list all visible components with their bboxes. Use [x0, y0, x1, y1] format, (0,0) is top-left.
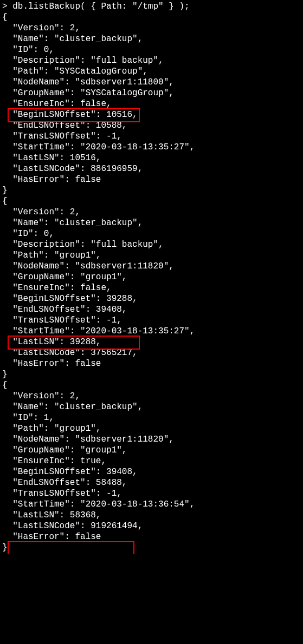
json-field-record1-line4: "Path": "group1",: [2, 250, 301, 261]
json-field-record2-line13: "HasError": false: [2, 531, 301, 542]
json-field-record1-line5: "NodeName": "sdbserver1:11820",: [2, 261, 301, 272]
json-open-brace: {: [2, 12, 301, 23]
json-field-record0-line14: "HasError": false: [2, 174, 301, 185]
json-field-record1-line12: "LastLSN": 39288,: [2, 337, 301, 347]
json-field-record0-line6: "GroupName": "SYSCatalogGroup",: [2, 88, 301, 98]
json-field-record1-line6: "GroupName": "group1",: [2, 272, 301, 282]
json-field-record1-line14: "HasError": false: [2, 358, 301, 369]
json-close-brace: }: [2, 369, 301, 380]
json-open-brace: {: [2, 380, 301, 391]
json-field-record2-line7: "BeginLSNOffset": 39408,: [2, 466, 301, 477]
json-field-record0-line3: "Description": "full backup",: [2, 55, 301, 66]
json-open-brace: {: [2, 196, 301, 207]
json-field-record1-line9: "EndLSNOffset": 39408,: [2, 304, 301, 315]
json-field-record2-line1: "Name": "cluster_backup",: [2, 402, 301, 412]
json-field-record2-line2: "ID": 1,: [2, 412, 301, 423]
command-line[interactable]: > db.listBackup( { Path: "/tmp" } );: [2, 1, 301, 12]
json-field-record1-line2: "ID": 0,: [2, 228, 301, 239]
json-field-record1-line1: "Name": "cluster_backup",: [2, 218, 301, 228]
json-field-record2-line6: "EnsureInc": true,: [2, 456, 301, 466]
json-field-record0-line7: "EnsureInc": false,: [2, 98, 301, 109]
json-field-record1-line13: "LastLSNCode": 37565217,: [2, 347, 301, 358]
json-field-record1-line7: "EnsureInc": false,: [2, 282, 301, 293]
json-field-record0-line11: "StartTime": "2020-03-18-13:35:27",: [2, 142, 301, 153]
json-field-record1-line10: "TransLSNOffset": -1,: [2, 315, 301, 326]
json-field-record0-line0: "Version": 2,: [2, 23, 301, 34]
json-field-record0-line2: "ID": 0,: [2, 44, 301, 55]
json-field-record2-line12: "LastLSNCode": 919261494,: [2, 521, 301, 531]
json-field-record1-line3: "Description": "full backup",: [2, 239, 301, 250]
json-field-record2-line11: "LastLSN": 58368,: [2, 510, 301, 521]
json-field-record0-line9: "EndLSNOffset": 10588,: [2, 120, 301, 131]
json-field-record1-line0: "Version": 2,: [2, 207, 301, 218]
json-field-record0-line12: "LastLSN": 10516,: [2, 153, 301, 163]
json-field-record0-line1: "Name": "cluster_backup",: [2, 34, 301, 44]
command-text: db.listBackup( { Path: "/tmp" } );: [12, 2, 189, 11]
json-close-brace: }: [2, 185, 301, 196]
json-field-record0-line4: "Path": "SYSCatalogGroup",: [2, 66, 301, 77]
json-field-record2-line10: "StartTime": "2020-03-18-13:36:54",: [2, 499, 301, 510]
json-field-record2-line3: "Path": "group1",: [2, 423, 301, 434]
json-field-record2-line4: "NodeName": "sdbserver1:11820",: [2, 434, 301, 445]
json-field-record0-line10: "TransLSNOffset": -1,: [2, 131, 301, 142]
terminal-output[interactable]: > db.listBackup( { Path: "/tmp" } );{ "V…: [0, 0, 303, 554]
json-field-record2-line0: "Version": 2,: [2, 391, 301, 402]
json-field-record2-line5: "GroupName": "group1",: [2, 445, 301, 456]
json-field-record0-line5: "NodeName": "sdbserver1:11800",: [2, 77, 301, 88]
json-field-record1-line11: "StartTime": "2020-03-18-13:35:27",: [2, 326, 301, 337]
json-close-brace: }: [2, 542, 301, 553]
json-field-record0-line13: "LastLSNCode": 886196959,: [2, 163, 301, 174]
terminal-container: > db.listBackup( { Path: "/tmp" } );{ "V…: [0, 0, 303, 554]
json-field-record0-line8: "BeginLSNOffset": 10516,: [2, 109, 301, 120]
json-field-record2-line9: "TransLSNOffset": -1,: [2, 488, 301, 499]
prompt: >: [2, 2, 12, 11]
json-field-record2-line8: "EndLSNOffset": 58488,: [2, 477, 301, 488]
json-field-record1-line8: "BeginLSNOffset": 39288,: [2, 293, 301, 304]
